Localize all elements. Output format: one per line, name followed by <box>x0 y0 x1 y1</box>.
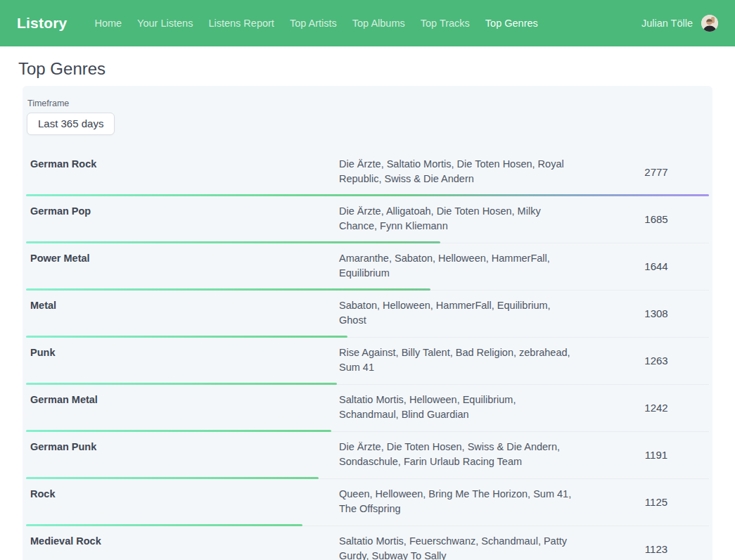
genre-top-artists: Amaranthe, Sabaton, Helloween, HammerFal… <box>339 251 603 281</box>
timeframe-select[interactable]: Last 365 days <box>27 113 115 135</box>
timeframe-field: Timeframe Last 365 days <box>26 98 709 135</box>
page-title: Top Genres <box>18 59 712 79</box>
main-content: Top Genres Timeframe Last 365 days Germa… <box>0 59 735 560</box>
nav-item-your-listens[interactable]: Your Listens <box>129 0 200 46</box>
genre-row: German Rock Die Ärzte, Saltatio Mortis, … <box>26 149 709 196</box>
nav-item-top-albums[interactable]: Top Albums <box>345 0 413 46</box>
avatar-photo <box>701 15 718 32</box>
genre-top-artists: Die Ärzte, Die Toten Hosen, Swiss & Die … <box>339 440 603 469</box>
genre-name: Medieval Rock <box>26 534 339 560</box>
nav-item-listens-report[interactable]: Listens Report <box>200 0 282 46</box>
genre-top-artists: Queen, Helloween, Bring Me The Horizon, … <box>339 487 603 516</box>
genre-top-artists: Sabaton, Helloween, HammerFall, Equilibr… <box>339 298 603 328</box>
user-name[interactable]: Julian Tölle <box>641 18 693 29</box>
genre-listen-count: 2777 <box>603 166 709 178</box>
genre-top-artists: Die Ärzte, Saltatio Mortis, Die Toten Ho… <box>339 157 603 186</box>
genre-listen-count: 1685 <box>603 213 709 225</box>
nav-item-home[interactable]: Home <box>87 0 129 46</box>
genre-name: Power Metal <box>26 251 339 281</box>
genre-listen-count: 1123 <box>603 543 709 555</box>
genre-listen-count: 1242 <box>603 402 709 414</box>
genre-name: Punk <box>26 345 339 375</box>
genre-row: Metal Sabaton, Helloween, HammerFall, Eq… <box>26 291 709 338</box>
genre-top-artists: Die Ärzte, Alligatoah, Die Toten Hosen, … <box>339 204 603 234</box>
genre-row: German Punk Die Ärzte, Die Toten Hosen, … <box>26 432 709 479</box>
genre-row: Medieval Rock Saltatio Mortis, Feuerschw… <box>26 526 709 560</box>
nav-item-top-artists[interactable]: Top Artists <box>282 0 345 46</box>
genre-listen-count: 1191 <box>603 449 709 461</box>
navbar-user-area: Julian Tölle <box>641 15 718 32</box>
genre-row: Rock Queen, Helloween, Bring Me The Hori… <box>26 479 709 526</box>
user-avatar-icon[interactable] <box>701 15 718 32</box>
genre-row: German Metal Saltatio Mortis, Helloween,… <box>26 385 709 432</box>
genre-listen-count: 1308 <box>603 307 709 319</box>
genre-listen-count: 1263 <box>603 355 709 367</box>
top-genres-card: Timeframe Last 365 days German Rock Die … <box>23 86 712 560</box>
nav-item-top-genres[interactable]: Top Genres <box>478 0 546 46</box>
genre-row: Power Metal Amaranthe, Sabaton, Hellowee… <box>26 243 709 291</box>
genre-top-artists: Saltatio Mortis, Helloween, Equilibrium,… <box>339 393 603 422</box>
genre-name: German Rock <box>26 157 339 186</box>
nav-links: HomeYour ListensListens ReportTop Artist… <box>87 0 545 46</box>
genre-name: Metal <box>26 298 339 328</box>
genre-top-artists: Rise Against, Billy Talent, Bad Religion… <box>339 345 603 375</box>
brand-logo[interactable]: Listory <box>17 15 67 32</box>
genre-row: Punk Rise Against, Billy Talent, Bad Rel… <box>26 338 709 385</box>
genre-name: Rock <box>26 487 339 516</box>
navbar: Listory HomeYour ListensListens ReportTo… <box>0 0 735 46</box>
genre-name: German Pop <box>26 204 339 234</box>
genre-top-artists: Saltatio Mortis, Feuerschwanz, Schandmau… <box>339 534 603 560</box>
timeframe-label: Timeframe <box>27 98 709 108</box>
genre-name: German Metal <box>26 393 339 422</box>
genre-name: German Punk <box>26 440 339 469</box>
genre-listen-count: 1644 <box>603 260 709 272</box>
genre-table: German Rock Die Ärzte, Saltatio Mortis, … <box>26 149 709 560</box>
nav-item-top-tracks[interactable]: Top Tracks <box>413 0 478 46</box>
genre-listen-count: 1125 <box>603 496 709 508</box>
genre-row: German Pop Die Ärzte, Alligatoah, Die To… <box>26 196 709 243</box>
